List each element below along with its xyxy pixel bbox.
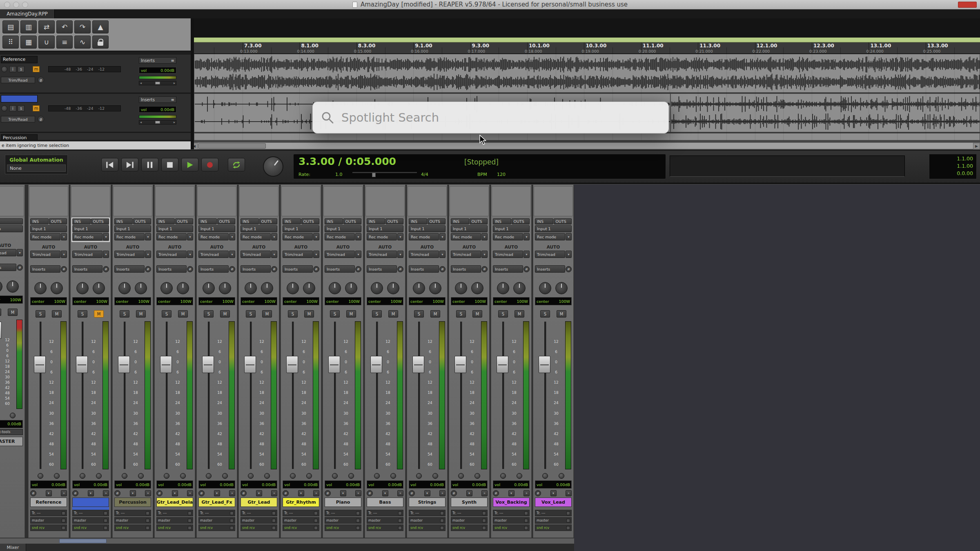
width-knob[interactable] bbox=[513, 282, 526, 294]
fx-bypass-button[interactable] bbox=[500, 473, 506, 479]
inserts-button[interactable]: Inserts bbox=[241, 265, 271, 273]
send-receive-row[interactable]: snd rcv bbox=[241, 524, 277, 531]
rec-mode-arrow-icon[interactable]: ▾ bbox=[439, 233, 445, 240]
solo-button[interactable]: S bbox=[288, 310, 298, 318]
automation-arrow-icon[interactable]: ▾ bbox=[229, 251, 235, 258]
master-send-row[interactable]: master bbox=[241, 517, 277, 524]
width-knob[interactable] bbox=[219, 282, 231, 294]
mixer-tab[interactable]: Mixer bbox=[0, 544, 26, 551]
phase-icon[interactable]: ø bbox=[61, 266, 67, 272]
time-selection-band[interactable] bbox=[191, 38, 980, 42]
phase-button[interactable]: ø bbox=[283, 490, 289, 496]
master-send-toggle[interactable] bbox=[62, 519, 65, 522]
record-arm-button[interactable] bbox=[1, 105, 7, 111]
fx-bypass-button[interactable] bbox=[206, 473, 212, 479]
outs-button[interactable]: OUTS bbox=[175, 218, 194, 224]
go-to-end-button[interactable] bbox=[121, 158, 138, 171]
global-automation-box[interactable]: Global Automation None bbox=[5, 155, 68, 174]
send-toggle[interactable] bbox=[62, 526, 65, 530]
phase-button[interactable]: ø bbox=[156, 490, 163, 496]
env-button[interactable] bbox=[474, 473, 480, 479]
pan-mode-icon[interactable]: ▾ bbox=[46, 490, 52, 496]
send-receive-row[interactable]: snd rcv bbox=[156, 524, 193, 531]
mute-button[interactable]: M bbox=[136, 310, 146, 318]
width-knob[interactable] bbox=[7, 280, 19, 293]
phase-icon[interactable]: ø bbox=[229, 266, 235, 272]
rec-mode-select[interactable]: Rec mode bbox=[114, 233, 145, 240]
width-knob[interactable] bbox=[261, 282, 273, 294]
input-select[interactable]: Input 1 bbox=[30, 225, 67, 232]
width-knob[interactable] bbox=[93, 282, 105, 294]
route-toggle[interactable] bbox=[482, 511, 486, 515]
rate-slider-thumb[interactable] bbox=[372, 173, 376, 177]
route-row[interactable]: Tr. --- bbox=[535, 510, 572, 516]
fx-chain-icon[interactable]: » bbox=[187, 490, 193, 496]
pan-mode-icon[interactable]: ▾ bbox=[340, 490, 346, 496]
pan-knob[interactable] bbox=[329, 282, 341, 294]
toolbar-lock-button[interactable] bbox=[92, 36, 109, 49]
automation-mode-button[interactable]: Trim/read bbox=[283, 251, 313, 258]
pan-knob[interactable] bbox=[497, 282, 509, 294]
pan-right-arrow[interactable]: ▸ bbox=[174, 82, 175, 85]
input-select[interactable]: Input 1 bbox=[535, 225, 572, 232]
automation-mode-button[interactable]: Trim/Read bbox=[1, 116, 35, 122]
toolbar-grid-button[interactable]: ▦ bbox=[20, 36, 37, 49]
phase-button[interactable]: ø bbox=[409, 490, 415, 496]
track-name[interactable] bbox=[72, 498, 109, 507]
fader-handle[interactable] bbox=[370, 356, 382, 373]
fx-chain-icon[interactable]: » bbox=[566, 490, 572, 496]
inserts-button[interactable]: Inserts bbox=[0, 264, 16, 271]
automation-mode-button[interactable]: Trim/read bbox=[0, 249, 16, 256]
solo-button[interactable]: S bbox=[498, 310, 508, 318]
width-knob[interactable] bbox=[555, 282, 568, 294]
env-button[interactable] bbox=[348, 473, 354, 479]
pan-knob[interactable] bbox=[118, 282, 131, 294]
rec-mode-arrow-icon[interactable]: ▾ bbox=[187, 233, 193, 240]
input-select[interactable]: Input 1 bbox=[198, 225, 235, 232]
fader-handle[interactable] bbox=[202, 356, 214, 373]
rec-mode-select[interactable]: Rec mode bbox=[198, 233, 229, 240]
pan-mode-icon[interactable]: ▾ bbox=[130, 490, 136, 496]
rec-mode-select[interactable]: Rec mode bbox=[72, 233, 102, 240]
phase-icon[interactable]: ø bbox=[397, 266, 403, 272]
env-button[interactable] bbox=[222, 473, 228, 479]
rate-slider[interactable] bbox=[352, 172, 417, 173]
ins-button[interactable]: INS bbox=[241, 218, 259, 224]
solo-button[interactable]: s bbox=[18, 66, 24, 72]
phase-button[interactable]: ø bbox=[114, 490, 120, 496]
outs-button[interactable]: OUTS bbox=[259, 218, 278, 224]
env-button[interactable] bbox=[54, 473, 60, 479]
toolbar-ripple-edit-button[interactable]: ≡ bbox=[56, 36, 73, 49]
inserts-button[interactable]: Inserts bbox=[72, 265, 102, 273]
rec-mode-select[interactable]: Rec mode bbox=[241, 233, 271, 240]
master-send-row[interactable]: master bbox=[156, 517, 193, 524]
mute-button[interactable]: m bbox=[33, 66, 40, 72]
pan-knob[interactable] bbox=[413, 282, 425, 294]
pan-mode-icon[interactable]: ▾ bbox=[298, 490, 304, 496]
ins-button[interactable]: INS bbox=[156, 218, 175, 224]
automation-mode-button[interactable]: Trim/read bbox=[493, 251, 523, 258]
send-receive-row[interactable]: snd rcv bbox=[198, 524, 235, 531]
env-button[interactable] bbox=[559, 473, 564, 479]
ins-button[interactable]: INS bbox=[283, 218, 301, 224]
master-send-toggle[interactable] bbox=[440, 519, 444, 522]
pan-knob[interactable] bbox=[76, 282, 89, 294]
toolbar-redo-button[interactable]: ↷ bbox=[74, 20, 91, 33]
env-button[interactable] bbox=[306, 473, 312, 479]
phase-icon[interactable]: ø bbox=[523, 266, 530, 272]
fader-handle[interactable] bbox=[539, 356, 550, 373]
master-fx-slot[interactable]: x-tools bbox=[0, 429, 23, 435]
fader-handle[interactable] bbox=[118, 356, 130, 373]
panel-divider[interactable] bbox=[191, 18, 194, 149]
mute-button[interactable]: M bbox=[514, 310, 524, 318]
fader-handle[interactable] bbox=[412, 356, 424, 373]
rate-value[interactable]: 1.0 bbox=[335, 172, 343, 177]
pan-knob[interactable] bbox=[287, 282, 299, 294]
master-send-row[interactable]: master bbox=[114, 517, 151, 524]
mute-button[interactable]: M bbox=[430, 310, 440, 318]
input-select[interactable]: Input 1 bbox=[241, 225, 277, 232]
phase-icon[interactable]: ø bbox=[566, 266, 572, 272]
solo-button[interactable]: S bbox=[162, 310, 172, 318]
track-name[interactable]: Vox_Lead bbox=[535, 498, 572, 507]
solo-button[interactable]: S bbox=[36, 310, 45, 318]
